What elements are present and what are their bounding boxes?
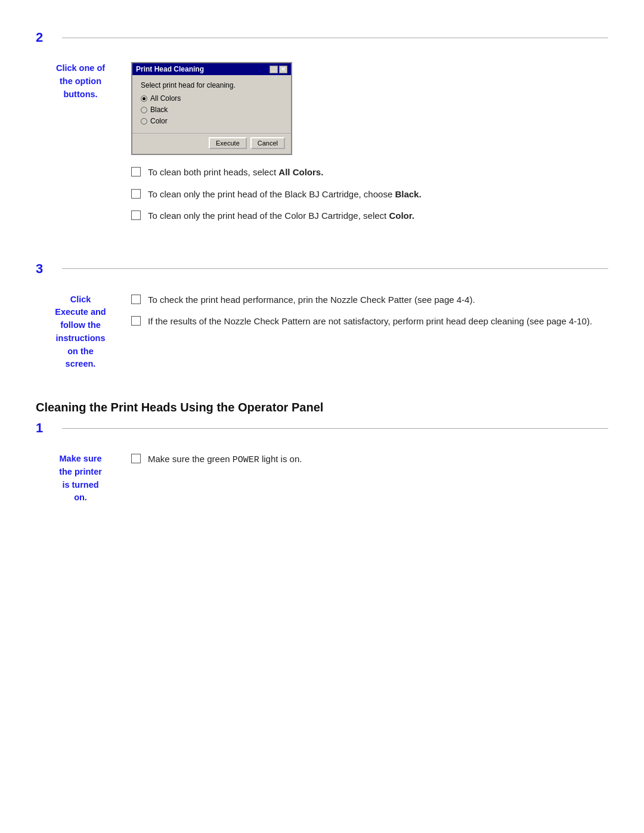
step1b-header: 1	[36, 420, 608, 436]
step3-bullet-1: To check the print head performance, pri…	[131, 293, 608, 307]
radio-color-label: Color	[150, 117, 168, 125]
step3-label: ClickExecute andfollow theinstructionson…	[36, 293, 131, 371]
step2-bullet-3: To clean only the print head of the Colo…	[131, 209, 608, 223]
dialog-prompt: Select print head for cleaning.	[141, 81, 283, 89]
step2-bullet-2-text: To clean only the print head of the Blac…	[148, 188, 422, 202]
step2-line	[62, 38, 608, 38]
step2-bullet-2: To clean only the print head of the Blac…	[131, 188, 608, 202]
section-heading: Cleaning the Print Heads Using the Opera…	[36, 401, 608, 414]
radio-color-circle[interactable]	[141, 118, 147, 125]
radio-allcolors[interactable]: All Colors	[141, 94, 283, 103]
bullet-sq-3	[131, 210, 141, 220]
step3-bullets: To check the print head performance, pri…	[131, 293, 608, 329]
step1b-content: Make surethe printeris turnedon. Make su…	[36, 453, 608, 504]
dialog-minimize-btn[interactable]: _	[270, 66, 278, 73]
step3-number: 3	[36, 261, 57, 277]
step2-body: Print Head Cleaning _ ✕ Select print hea…	[131, 62, 608, 231]
step1b-number: 1	[36, 420, 57, 436]
radio-black-label: Black	[150, 106, 168, 114]
bullet-sq-3-2	[131, 316, 141, 326]
step3-bullet-1-text: To check the print head performance, pri…	[148, 293, 475, 307]
bullet-sq-1	[131, 167, 141, 176]
radio-allcolors-circle[interactable]	[141, 95, 147, 102]
step2-bullet-1-text: To clean both print heads, select All Co…	[148, 166, 323, 179]
step2-bullets: To clean both print heads, select All Co…	[131, 166, 608, 223]
bullet-sq-3-1	[131, 295, 141, 304]
bullet-sq-2	[131, 189, 141, 199]
radio-allcolors-label: All Colors	[150, 94, 181, 103]
dialog-close-btn[interactable]: ✕	[279, 66, 287, 73]
print-head-cleaning-dialog: Print Head Cleaning _ ✕ Select print hea…	[131, 62, 292, 155]
radio-black-circle[interactable]	[141, 107, 147, 113]
step2-label: Click one ofthe optionbuttons.	[36, 62, 131, 101]
step3-line	[62, 268, 608, 269]
step3-body: To check the print head performance, pri…	[131, 293, 608, 337]
step1b-body: Make sure the green POWER light is on.	[131, 453, 608, 476]
step3-header: 3	[36, 261, 608, 277]
dialog-titlebar-buttons: _ ✕	[270, 66, 287, 73]
bullet-sq-1b-1	[131, 454, 141, 463]
radio-black[interactable]: Black	[141, 106, 283, 114]
step1b-bullet-1: Make sure the green POWER light is on.	[131, 453, 608, 467]
step2-header: 2	[36, 30, 608, 45]
step1b-line	[62, 428, 608, 429]
step2-number: 2	[36, 30, 57, 45]
execute-button[interactable]: Execute	[209, 137, 247, 149]
step3-bullet-2-text: If the results of the Nozzle Check Patte…	[148, 315, 592, 329]
section-heading-container: Cleaning the Print Heads Using the Opera…	[36, 401, 608, 414]
radio-color[interactable]: Color	[141, 117, 283, 125]
step1b-bullets: Make sure the green POWER light is on.	[131, 453, 608, 467]
dialog-titlebar: Print Head Cleaning _ ✕	[132, 63, 291, 75]
step2-content: Click one ofthe optionbuttons. Print Hea…	[36, 62, 608, 231]
step2-bullet-1: To clean both print heads, select All Co…	[131, 166, 608, 179]
step3-content: ClickExecute andfollow theinstructionson…	[36, 293, 608, 371]
dialog-title: Print Head Cleaning	[136, 65, 204, 73]
step1b-bullet-1-text: Make sure the green POWER light is on.	[148, 453, 302, 467]
cancel-button[interactable]: Cancel	[250, 137, 285, 149]
step3-bullet-2: If the results of the Nozzle Check Patte…	[131, 315, 608, 329]
step1b-label: Make surethe printeris turnedon.	[36, 453, 131, 504]
dialog-footer: Execute Cancel	[132, 133, 291, 154]
step2-bullet-3-text: To clean only the print head of the Colo…	[148, 209, 414, 223]
dialog-body: Select print head for cleaning. All Colo…	[132, 75, 291, 133]
